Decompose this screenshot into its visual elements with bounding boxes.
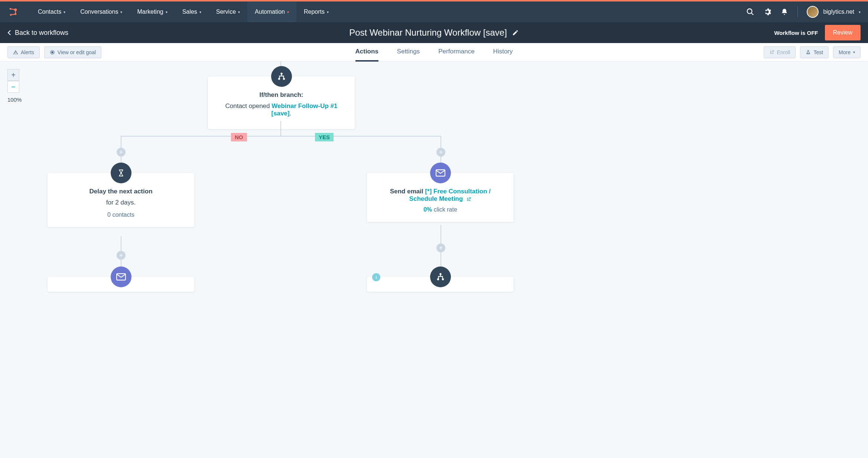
delay-stat: 0 contacts: [56, 212, 185, 218]
toolbar-right: Enroll Test More ▾: [764, 46, 861, 58]
zoom-percentage: 100%: [7, 96, 22, 103]
delay-title: Delay the next action: [56, 188, 185, 195]
zoom-in-button[interactable]: +: [7, 69, 19, 81]
workflow-status: Workflow is OFF: [774, 30, 818, 36]
alerts-label: Alerts: [21, 49, 34, 55]
email-node-partial[interactable]: [48, 277, 194, 292]
branch-node[interactable]: If/then branch: Contact opened Webinar F…: [208, 76, 355, 129]
alerts-button[interactable]: Alerts: [7, 46, 40, 58]
add-action-button[interactable]: +: [436, 148, 445, 157]
svg-point-15: [376, 276, 377, 277]
chevron-down-icon: ▾: [287, 10, 289, 14]
info-icon[interactable]: [372, 273, 380, 281]
nav-right: biglytics.net ▾: [746, 6, 861, 18]
chevron-down-icon: ▾: [238, 10, 240, 14]
nav-conversations[interactable]: Conversations▾: [73, 1, 130, 22]
toolbar-left: Alerts View or edit goal: [7, 46, 101, 58]
workflow-title: Post Webinar Nurturing Workflow [save]: [349, 27, 519, 38]
branch-prefix: Contact opened: [225, 102, 272, 109]
nav-sales[interactable]: Sales▾: [175, 1, 209, 22]
svg-point-7: [280, 73, 282, 75]
search-icon[interactable]: [746, 8, 754, 16]
svg-point-6: [51, 51, 53, 53]
nav-label: Service: [216, 9, 236, 15]
nav-label: Conversations: [80, 9, 118, 15]
tab-settings[interactable]: Settings: [397, 43, 420, 62]
email-stat-pct: 0%: [423, 206, 432, 213]
chevron-down-icon: ▾: [327, 10, 329, 14]
email-node[interactable]: Send email [*] Free Consultation / Sched…: [367, 173, 514, 222]
top-nav: Contacts▾ Conversations▾ Marketing▾ Sale…: [0, 1, 868, 22]
more-label: More: [839, 49, 851, 55]
connector: [121, 136, 441, 137]
title-text: Post Webinar Nurturing Workflow [save]: [349, 27, 507, 38]
email-stat-label: click rate: [432, 206, 457, 213]
branch-node-partial[interactable]: [367, 277, 514, 292]
tab-performance[interactable]: Performance: [438, 43, 474, 62]
branch-icon: [430, 266, 451, 287]
flow-container: If/then branch: Contact opened Webinar F…: [0, 62, 868, 458]
account-menu[interactable]: biglytics.net ▾: [807, 6, 861, 18]
bell-icon[interactable]: [780, 8, 789, 16]
delay-sub: for 2 days.: [56, 199, 185, 206]
back-label: Back to workflows: [15, 29, 68, 37]
branch-label-yes: YES: [315, 133, 334, 141]
svg-point-13: [437, 278, 439, 280]
tab-history[interactable]: History: [493, 43, 513, 62]
pencil-icon[interactable]: [512, 29, 519, 36]
nav-items: Contacts▾ Conversations▾ Marketing▾ Sale…: [30, 1, 336, 22]
chevron-down-icon: ▾: [64, 10, 65, 14]
svg-point-14: [442, 278, 443, 280]
external-link-icon[interactable]: [466, 197, 471, 202]
test-button[interactable]: Test: [800, 46, 829, 58]
nav-marketing[interactable]: Marketing▾: [130, 1, 175, 22]
review-button[interactable]: Review: [825, 25, 861, 40]
zoom-controls: + − 100%: [7, 69, 22, 103]
email-stat: 0% click rate: [376, 206, 505, 213]
branch-label-no: NO: [231, 133, 247, 141]
tab-actions[interactable]: Actions: [355, 43, 378, 62]
delay-node[interactable]: Delay the next action for 2 days. 0 cont…: [48, 173, 194, 227]
branch-link[interactable]: Webinar Follow-Up #1 [save]: [272, 102, 338, 117]
connector: [280, 121, 281, 136]
svg-point-12: [439, 273, 441, 275]
goal-label: View or edit goal: [58, 49, 96, 55]
nav-label: Marketing: [137, 9, 163, 15]
workflow-canvas[interactable]: + − 100% If/then branch: Contact opened …: [0, 62, 868, 458]
chevron-down-icon: ▾: [120, 10, 122, 14]
chevron-down-icon: ▾: [853, 50, 855, 54]
more-button[interactable]: More ▾: [833, 46, 861, 58]
nav-service[interactable]: Service▾: [209, 1, 247, 22]
nav-reports[interactable]: Reports▾: [296, 1, 336, 22]
warning-icon: [13, 50, 18, 55]
toolbar: Alerts View or edit goal Actions Setting…: [0, 43, 868, 62]
branch-suffix: .: [290, 110, 292, 117]
email-icon: [111, 266, 131, 287]
hubspot-logo[interactable]: [7, 6, 19, 18]
gear-icon[interactable]: [763, 8, 771, 16]
nav-automation[interactable]: Automation▾: [247, 1, 296, 22]
branch-description: Contact opened Webinar Follow-Up #1 [sav…: [217, 102, 346, 117]
email-prefix: Send email: [390, 188, 425, 195]
goal-button[interactable]: View or edit goal: [44, 46, 101, 58]
account-name: biglytics.net: [823, 9, 854, 15]
zoom-out-button[interactable]: −: [7, 81, 19, 93]
add-action-button[interactable]: +: [117, 148, 126, 157]
sub-header: Back to workflows Post Webinar Nurturing…: [0, 22, 868, 43]
svg-point-4: [747, 9, 752, 14]
email-title: Send email [*] Free Consultation / Sched…: [376, 188, 505, 203]
chevron-left-icon: [7, 30, 11, 36]
test-label: Test: [813, 49, 823, 55]
nav-separator: [797, 6, 798, 17]
email-icon: [430, 163, 451, 183]
nav-label: Contacts: [38, 9, 61, 15]
add-action-button[interactable]: +: [117, 251, 126, 260]
add-action-button[interactable]: +: [436, 243, 445, 252]
nav-label: Automation: [255, 9, 285, 15]
nav-contacts[interactable]: Contacts▾: [30, 1, 73, 22]
back-to-workflows-link[interactable]: Back to workflows: [7, 29, 68, 37]
chevron-down-icon: ▾: [166, 10, 168, 14]
svg-point-8: [278, 78, 280, 80]
hourglass-icon: [111, 163, 131, 183]
nav-label: Reports: [304, 9, 325, 15]
